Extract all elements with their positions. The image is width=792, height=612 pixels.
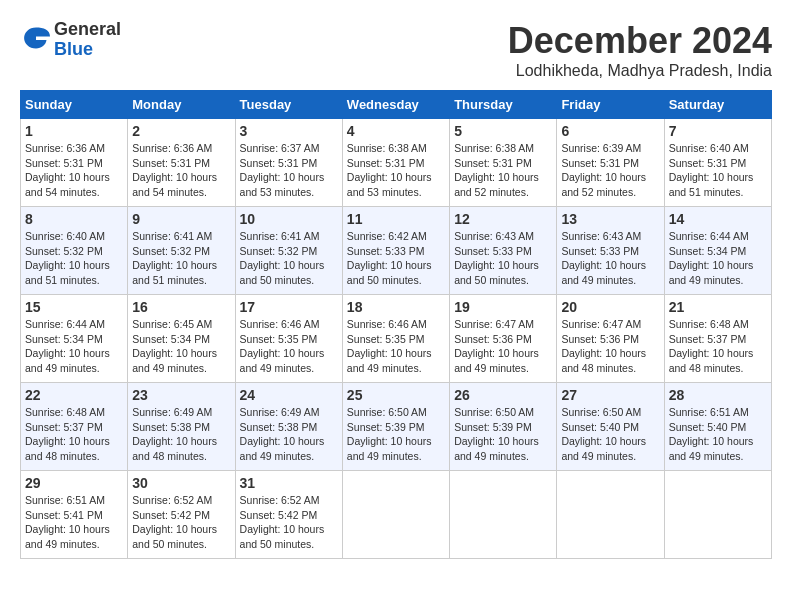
header-thursday: Thursday [450,91,557,119]
calendar-cell: 19Sunrise: 6:47 AMSunset: 5:36 PMDayligh… [450,295,557,383]
day-number: 5 [454,123,552,139]
day-info: Sunrise: 6:41 AMSunset: 5:32 PMDaylight:… [132,229,230,288]
calendar-cell: 20Sunrise: 6:47 AMSunset: 5:36 PMDayligh… [557,295,664,383]
logo-blue-text: Blue [54,39,93,59]
calendar-table: SundayMondayTuesdayWednesdayThursdayFrid… [20,90,772,559]
calendar-cell: 10Sunrise: 6:41 AMSunset: 5:32 PMDayligh… [235,207,342,295]
day-info: Sunrise: 6:36 AMSunset: 5:31 PMDaylight:… [25,141,123,200]
day-number: 12 [454,211,552,227]
day-info: Sunrise: 6:52 AMSunset: 5:42 PMDaylight:… [132,493,230,552]
day-info: Sunrise: 6:48 AMSunset: 5:37 PMDaylight:… [25,405,123,464]
day-number: 11 [347,211,445,227]
day-info: Sunrise: 6:49 AMSunset: 5:38 PMDaylight:… [240,405,338,464]
day-info: Sunrise: 6:39 AMSunset: 5:31 PMDaylight:… [561,141,659,200]
day-number: 30 [132,475,230,491]
day-info: Sunrise: 6:43 AMSunset: 5:33 PMDaylight:… [454,229,552,288]
calendar-cell: 13Sunrise: 6:43 AMSunset: 5:33 PMDayligh… [557,207,664,295]
calendar-cell: 29Sunrise: 6:51 AMSunset: 5:41 PMDayligh… [21,471,128,559]
day-number: 19 [454,299,552,315]
calendar-cell: 11Sunrise: 6:42 AMSunset: 5:33 PMDayligh… [342,207,449,295]
calendar-subtitle: Lodhikheda, Madhya Pradesh, India [508,62,772,80]
day-number: 3 [240,123,338,139]
calendar-cell: 21Sunrise: 6:48 AMSunset: 5:37 PMDayligh… [664,295,771,383]
calendar-cell [450,471,557,559]
day-info: Sunrise: 6:47 AMSunset: 5:36 PMDaylight:… [454,317,552,376]
calendar-header-row: SundayMondayTuesdayWednesdayThursdayFrid… [21,91,772,119]
day-info: Sunrise: 6:44 AMSunset: 5:34 PMDaylight:… [25,317,123,376]
day-number: 28 [669,387,767,403]
day-number: 6 [561,123,659,139]
day-number: 21 [669,299,767,315]
calendar-cell: 2Sunrise: 6:36 AMSunset: 5:31 PMDaylight… [128,119,235,207]
day-info: Sunrise: 6:49 AMSunset: 5:38 PMDaylight:… [132,405,230,464]
day-number: 4 [347,123,445,139]
calendar-cell [342,471,449,559]
day-info: Sunrise: 6:47 AMSunset: 5:36 PMDaylight:… [561,317,659,376]
calendar-cell: 12Sunrise: 6:43 AMSunset: 5:33 PMDayligh… [450,207,557,295]
logo-general-text: General [54,19,121,39]
calendar-cell: 30Sunrise: 6:52 AMSunset: 5:42 PMDayligh… [128,471,235,559]
calendar-cell: 17Sunrise: 6:46 AMSunset: 5:35 PMDayligh… [235,295,342,383]
day-info: Sunrise: 6:38 AMSunset: 5:31 PMDaylight:… [454,141,552,200]
day-number: 1 [25,123,123,139]
day-info: Sunrise: 6:40 AMSunset: 5:31 PMDaylight:… [669,141,767,200]
calendar-cell: 14Sunrise: 6:44 AMSunset: 5:34 PMDayligh… [664,207,771,295]
calendar-body: 1Sunrise: 6:36 AMSunset: 5:31 PMDaylight… [21,119,772,559]
calendar-cell: 5Sunrise: 6:38 AMSunset: 5:31 PMDaylight… [450,119,557,207]
page-header: General Blue December 2024 Lodhikheda, M… [20,20,772,80]
calendar-cell: 26Sunrise: 6:50 AMSunset: 5:39 PMDayligh… [450,383,557,471]
calendar-week-4: 22Sunrise: 6:48 AMSunset: 5:37 PMDayligh… [21,383,772,471]
calendar-cell: 16Sunrise: 6:45 AMSunset: 5:34 PMDayligh… [128,295,235,383]
calendar-week-2: 8Sunrise: 6:40 AMSunset: 5:32 PMDaylight… [21,207,772,295]
day-info: Sunrise: 6:42 AMSunset: 5:33 PMDaylight:… [347,229,445,288]
day-number: 15 [25,299,123,315]
day-info: Sunrise: 6:51 AMSunset: 5:40 PMDaylight:… [669,405,767,464]
day-number: 24 [240,387,338,403]
day-number: 7 [669,123,767,139]
title-block: December 2024 Lodhikheda, Madhya Pradesh… [508,20,772,80]
calendar-title: December 2024 [508,20,772,62]
header-tuesday: Tuesday [235,91,342,119]
day-number: 8 [25,211,123,227]
header-monday: Monday [128,91,235,119]
calendar-cell: 31Sunrise: 6:52 AMSunset: 5:42 PMDayligh… [235,471,342,559]
day-number: 16 [132,299,230,315]
calendar-cell: 4Sunrise: 6:38 AMSunset: 5:31 PMDaylight… [342,119,449,207]
header-friday: Friday [557,91,664,119]
calendar-cell: 6Sunrise: 6:39 AMSunset: 5:31 PMDaylight… [557,119,664,207]
day-number: 2 [132,123,230,139]
calendar-cell [557,471,664,559]
day-info: Sunrise: 6:52 AMSunset: 5:42 PMDaylight:… [240,493,338,552]
calendar-cell: 18Sunrise: 6:46 AMSunset: 5:35 PMDayligh… [342,295,449,383]
calendar-cell: 7Sunrise: 6:40 AMSunset: 5:31 PMDaylight… [664,119,771,207]
day-number: 29 [25,475,123,491]
day-info: Sunrise: 6:37 AMSunset: 5:31 PMDaylight:… [240,141,338,200]
calendar-cell: 25Sunrise: 6:50 AMSunset: 5:39 PMDayligh… [342,383,449,471]
day-info: Sunrise: 6:44 AMSunset: 5:34 PMDaylight:… [669,229,767,288]
day-info: Sunrise: 6:38 AMSunset: 5:31 PMDaylight:… [347,141,445,200]
calendar-cell: 27Sunrise: 6:50 AMSunset: 5:40 PMDayligh… [557,383,664,471]
day-number: 26 [454,387,552,403]
day-number: 17 [240,299,338,315]
calendar-week-1: 1Sunrise: 6:36 AMSunset: 5:31 PMDaylight… [21,119,772,207]
day-info: Sunrise: 6:46 AMSunset: 5:35 PMDaylight:… [240,317,338,376]
day-number: 13 [561,211,659,227]
calendar-cell: 28Sunrise: 6:51 AMSunset: 5:40 PMDayligh… [664,383,771,471]
logo: General Blue [20,20,121,60]
header-sunday: Sunday [21,91,128,119]
calendar-cell: 23Sunrise: 6:49 AMSunset: 5:38 PMDayligh… [128,383,235,471]
day-info: Sunrise: 6:45 AMSunset: 5:34 PMDaylight:… [132,317,230,376]
calendar-cell: 24Sunrise: 6:49 AMSunset: 5:38 PMDayligh… [235,383,342,471]
day-number: 31 [240,475,338,491]
calendar-cell: 22Sunrise: 6:48 AMSunset: 5:37 PMDayligh… [21,383,128,471]
day-number: 25 [347,387,445,403]
day-info: Sunrise: 6:40 AMSunset: 5:32 PMDaylight:… [25,229,123,288]
calendar-cell: 8Sunrise: 6:40 AMSunset: 5:32 PMDaylight… [21,207,128,295]
day-number: 20 [561,299,659,315]
day-info: Sunrise: 6:41 AMSunset: 5:32 PMDaylight:… [240,229,338,288]
day-info: Sunrise: 6:48 AMSunset: 5:37 PMDaylight:… [669,317,767,376]
day-info: Sunrise: 6:36 AMSunset: 5:31 PMDaylight:… [132,141,230,200]
calendar-week-5: 29Sunrise: 6:51 AMSunset: 5:41 PMDayligh… [21,471,772,559]
calendar-cell: 15Sunrise: 6:44 AMSunset: 5:34 PMDayligh… [21,295,128,383]
day-info: Sunrise: 6:51 AMSunset: 5:41 PMDaylight:… [25,493,123,552]
